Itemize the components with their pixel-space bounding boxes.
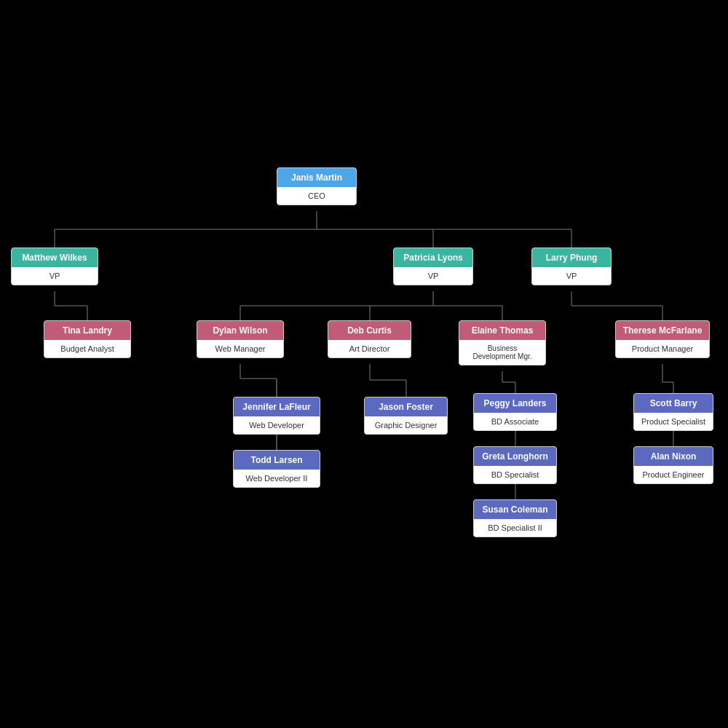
node-m3: Deb Curtis Art Director bbox=[328, 320, 411, 358]
node-vp2-title: VP bbox=[394, 267, 472, 285]
node-m1-title: Budget Analyst bbox=[44, 340, 130, 357]
node-e2-title: Web Developer II bbox=[234, 470, 320, 487]
node-e5-title: BD Specialist bbox=[474, 466, 556, 483]
node-e6-title: BD Specialist II bbox=[474, 519, 556, 537]
node-e1-title: Web Developer bbox=[234, 416, 320, 434]
node-m1-name: Tina Landry bbox=[44, 321, 130, 340]
node-m5-name: Therese McFarlane bbox=[616, 321, 709, 340]
node-m2: Dylan Wilson Web Manager bbox=[197, 320, 284, 358]
node-e1-name: Jennifer LaFleur bbox=[234, 397, 320, 416]
node-m5-title: Product Manager bbox=[616, 340, 709, 357]
node-e8-name: Alan Nixon bbox=[634, 447, 713, 466]
org-chart: Janis Martin CEO Matthew Wilkes VP Patri… bbox=[0, 0, 728, 728]
node-vp1: Matthew Wilkes VP bbox=[11, 248, 98, 285]
node-e6-name: Susan Coleman bbox=[474, 500, 556, 519]
node-e3-name: Jason Foster bbox=[365, 397, 447, 416]
node-m2-title: Web Manager bbox=[197, 340, 283, 357]
node-e2-name: Todd Larsen bbox=[234, 451, 320, 470]
node-e2: Todd Larsen Web Developer II bbox=[233, 450, 320, 488]
node-m4: Elaine Thomas Business Development Mgr. bbox=[459, 320, 546, 365]
node-vp2-name: Patricia Lyons bbox=[394, 248, 472, 267]
node-e3-title: Graphic Designer bbox=[365, 416, 447, 434]
node-e4: Peggy Landers BD Associate bbox=[473, 393, 557, 431]
node-m4-title: Business Development Mgr. bbox=[459, 340, 545, 365]
node-e7: Scott Barry Product Specialist bbox=[633, 393, 713, 431]
node-e4-title: BD Associate bbox=[474, 413, 556, 430]
node-m2-name: Dylan Wilson bbox=[197, 321, 283, 340]
node-ceo: Janis Martin CEO bbox=[277, 167, 357, 205]
node-m5: Therese McFarlane Product Manager bbox=[615, 320, 710, 358]
node-e3: Jason Foster Graphic Designer bbox=[364, 397, 448, 435]
node-e7-title: Product Specialist bbox=[634, 413, 713, 430]
node-e4-name: Peggy Landers bbox=[474, 394, 556, 413]
node-vp3-name: Larry Phung bbox=[532, 248, 611, 267]
node-ceo-title: CEO bbox=[277, 187, 356, 205]
node-vp2: Patricia Lyons VP bbox=[393, 248, 473, 285]
node-m3-name: Deb Curtis bbox=[328, 321, 411, 340]
node-vp3: Larry Phung VP bbox=[531, 248, 612, 285]
node-m1: Tina Landry Budget Analyst bbox=[44, 320, 131, 358]
node-e8-title: Product Engineer bbox=[634, 466, 713, 483]
node-vp1-title: VP bbox=[12, 267, 98, 285]
node-e5-name: Greta Longhorn bbox=[474, 447, 556, 466]
node-m4-name: Elaine Thomas bbox=[459, 321, 545, 340]
node-vp1-name: Matthew Wilkes bbox=[12, 248, 98, 267]
node-m3-title: Art Director bbox=[328, 340, 411, 357]
node-e6: Susan Coleman BD Specialist II bbox=[473, 499, 557, 537]
node-vp3-title: VP bbox=[532, 267, 611, 285]
node-ceo-name: Janis Martin bbox=[277, 168, 356, 187]
node-e8: Alan Nixon Product Engineer bbox=[633, 446, 713, 484]
node-e1: Jennifer LaFleur Web Developer bbox=[233, 397, 320, 435]
connector-lines bbox=[0, 0, 728, 728]
node-e7-name: Scott Barry bbox=[634, 394, 713, 413]
node-e5: Greta Longhorn BD Specialist bbox=[473, 446, 557, 484]
